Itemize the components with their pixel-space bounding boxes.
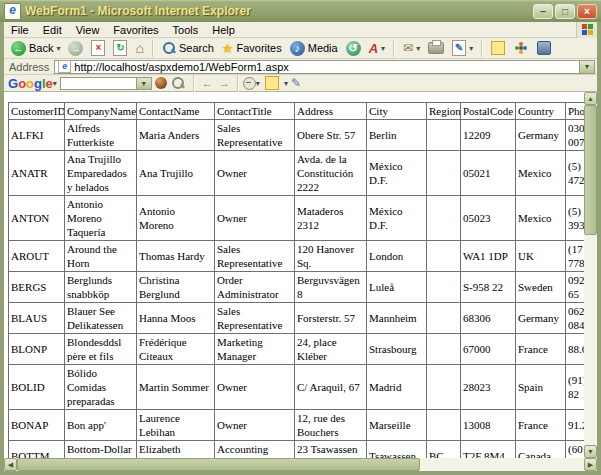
- datagrid-viewport: CustomerIDCompanyNameContactNameContactT…: [4, 92, 584, 458]
- horizontal-scroll-thumb[interactable]: [17, 458, 420, 471]
- table-row: BOLIDBólido Comidas preparadasMartin Som…: [9, 365, 585, 410]
- stop-button[interactable]: ×: [87, 39, 109, 57]
- media-label: Media: [308, 42, 338, 54]
- scroll-up-button[interactable]: ▲: [584, 92, 597, 105]
- table-cell: (60 472: [566, 441, 585, 459]
- search-web-icon[interactable]: [155, 77, 167, 89]
- refresh-icon: ↻: [113, 40, 127, 56]
- horizontal-scrollbar[interactable]: ◀ ▶: [4, 458, 597, 471]
- toolbar-separator: [393, 40, 395, 57]
- minimize-button[interactable]: –: [533, 4, 553, 19]
- table-cell: C/ Araquil, 67: [295, 365, 367, 410]
- research-button[interactable]: [533, 40, 555, 56]
- table-cell: T2F 8M4: [461, 441, 516, 459]
- table-cell: Antonio Moreno Taquería: [65, 196, 137, 241]
- highlight-icon[interactable]: [265, 76, 279, 90]
- windows-flag-icon: [582, 24, 593, 35]
- table-cell: 67000: [461, 334, 516, 365]
- vertical-scrollbar[interactable]: ▲ ▼: [584, 92, 597, 458]
- home-button[interactable]: ⌂: [131, 40, 147, 56]
- edit-button[interactable]: ✎ ▾: [448, 39, 477, 57]
- a-dropdown-icon[interactable]: ▾: [381, 44, 385, 53]
- table-cell: [427, 303, 461, 334]
- table-cell: 12209: [461, 120, 516, 151]
- forward-button[interactable]: →: [64, 40, 87, 57]
- menu-view[interactable]: View: [69, 23, 107, 37]
- address-input[interactable]: [74, 61, 579, 73]
- page-rank-left-icon[interactable]: ←: [202, 77, 213, 89]
- print-button[interactable]: [424, 41, 448, 55]
- column-header: ContactName: [137, 103, 215, 120]
- table-cell: France: [516, 410, 566, 441]
- search-button[interactable]: Search: [158, 40, 218, 56]
- close-button[interactable]: ×: [577, 4, 597, 19]
- maximize-button[interactable]: □: [555, 4, 575, 19]
- table-cell: France: [516, 334, 566, 365]
- favorites-button[interactable]: ★ Favorites: [218, 40, 286, 57]
- table-cell: Avda. de la Constitución 2222: [295, 151, 367, 196]
- media-button[interactable]: ♪ Media: [286, 40, 342, 57]
- table-cell: [427, 196, 461, 241]
- table-cell: (5) 393: [566, 196, 585, 241]
- edit-dropdown-icon[interactable]: ▾: [469, 44, 473, 53]
- google-search-box[interactable]: ▾: [60, 77, 152, 90]
- column-header: Address: [295, 103, 367, 120]
- mail-dropdown-icon[interactable]: ▾: [416, 44, 420, 53]
- google-toolbar: Google ▾ ▾ ← → ▾ ▾ ✎: [4, 75, 597, 92]
- pen-icon[interactable]: ✎: [291, 76, 301, 90]
- favorites-label: Favorites: [236, 42, 281, 54]
- page-info-icon[interactable]: [243, 77, 256, 90]
- column-header: PostalCode: [461, 103, 516, 120]
- vertical-scroll-thumb[interactable]: [584, 105, 597, 235]
- table-cell: 05021: [461, 151, 516, 196]
- menu-edit[interactable]: Edit: [36, 23, 69, 37]
- windows-logo: [576, 22, 597, 38]
- back-dropdown-icon[interactable]: ▾: [56, 44, 60, 53]
- table-cell: (91) 82: [566, 365, 585, 410]
- scroll-down-button[interactable]: ▼: [584, 445, 597, 458]
- table-row: AROUTAround the HornThomas HardySales Re…: [9, 241, 585, 272]
- menu-favorites[interactable]: Favorites: [106, 23, 165, 37]
- highlight-dropdown-icon[interactable]: ▾: [284, 79, 288, 88]
- messenger-button[interactable]: [509, 45, 533, 51]
- column-header: CompanyName: [65, 103, 137, 120]
- column-header: ContactTitle: [215, 103, 295, 120]
- back-button[interactable]: ← Back ▾: [7, 40, 64, 57]
- menu-tools[interactable]: Tools: [166, 23, 206, 37]
- search-site-icon[interactable]: [171, 76, 185, 90]
- table-cell: Ana Trujillo Emparedados y helados: [65, 151, 137, 196]
- google-search-input[interactable]: [61, 77, 136, 90]
- table-cell: 28023: [461, 365, 516, 410]
- standard-toolbar: ← Back ▾ → × ↻ ⌂ Search ★ Favorites ♪ Me…: [4, 38, 597, 59]
- refresh-button[interactable]: ↻: [109, 39, 131, 57]
- mail-button[interactable]: ✉ ▾: [399, 40, 424, 56]
- google-separator: [237, 75, 239, 92]
- address-field[interactable]: e ▾: [54, 60, 595, 74]
- page-info-dropdown-icon[interactable]: ▾: [256, 79, 260, 88]
- table-cell: Frédérique Citeaux: [137, 334, 215, 365]
- table-row: ANTONAntonio Moreno TaqueríaAntonio More…: [9, 196, 585, 241]
- page-rank-right-icon[interactable]: →: [219, 77, 230, 89]
- google-logo-dropdown-icon[interactable]: ▾: [53, 79, 57, 88]
- table-cell: Sales Representative: [215, 303, 295, 334]
- google-search-dropdown-icon[interactable]: ▾: [136, 78, 151, 89]
- table-cell: Luleå: [367, 272, 427, 303]
- history-button[interactable]: ↺: [342, 40, 365, 57]
- menu-help[interactable]: Help: [205, 23, 242, 37]
- table-cell: Obere Str. 57: [295, 120, 367, 151]
- table-cell: Berglunds snabbköp: [65, 272, 137, 303]
- table-cell: BLAUS: [9, 303, 65, 334]
- table-cell: Bólido Comidas preparadas: [65, 365, 137, 410]
- scroll-right-button[interactable]: ▶: [584, 458, 597, 471]
- table-cell: UK: [516, 241, 566, 272]
- table-cell: BLONP: [9, 334, 65, 365]
- table-cell: [427, 120, 461, 151]
- back-label: Back: [29, 42, 53, 54]
- discuss-button[interactable]: [487, 40, 509, 56]
- scroll-left-button[interactable]: ◀: [4, 458, 17, 471]
- menu-file[interactable]: File: [4, 23, 36, 37]
- messenger-a-button[interactable]: A ▾: [365, 40, 389, 57]
- favorites-star-icon: ★: [222, 41, 234, 56]
- window-title: WebForm1 - Microsoft Internet Explorer: [25, 4, 531, 18]
- address-dropdown-icon[interactable]: ▾: [579, 61, 594, 73]
